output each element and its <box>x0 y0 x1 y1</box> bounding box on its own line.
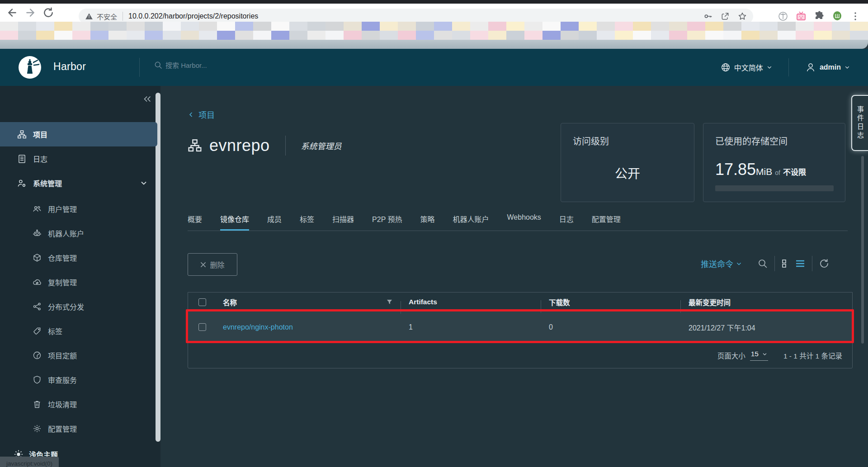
extension-tv-icon[interactable] <box>796 11 807 22</box>
censor-block <box>72 31 90 40</box>
chevron-down-icon <box>736 261 742 267</box>
row-updated-time: 2021/12/27 下午1:04 <box>680 322 852 333</box>
sidebar-item-administration[interactable]: 系统管理 <box>0 171 157 195</box>
sidebar-item-user-management[interactable]: 用户管理 <box>0 197 157 221</box>
censor-block <box>850 31 868 40</box>
card-view-icon[interactable] <box>781 258 792 269</box>
censor-block <box>90 22 108 31</box>
filter-search-icon[interactable] <box>757 258 768 269</box>
sidebar-item-label: 机器人账户 <box>48 228 84 239</box>
column-header-name[interactable]: 名称 <box>217 297 401 307</box>
censor-band <box>0 40 868 49</box>
browser-reload-icon[interactable] <box>42 7 54 19</box>
sidebar-item-robot-accounts[interactable]: 机器人账户 <box>0 221 157 245</box>
tab-repositories[interactable]: 镜像仓库 <box>220 211 249 231</box>
tab-logs[interactable]: 日志 <box>559 211 574 231</box>
censor-block <box>723 31 741 40</box>
censor-block <box>850 22 868 31</box>
sidebar-collapse-icon[interactable] <box>142 94 152 104</box>
share-nodes-icon <box>33 302 42 311</box>
search-input[interactable] <box>165 61 265 69</box>
bookmarks-censored <box>0 22 868 40</box>
sidebar-item-registries[interactable]: 仓库管理 <box>0 245 157 270</box>
censor-block <box>488 31 506 40</box>
select-all-checkbox[interactable] <box>198 298 206 306</box>
bookmark-star-icon[interactable] <box>738 12 747 21</box>
back-to-projects-link[interactable]: 项目 <box>188 108 215 120</box>
url-text[interactable]: 10.0.0.202/harbor/projects/2/repositorie… <box>128 12 703 20</box>
sidebar-item-logs[interactable]: 日志 <box>0 146 157 171</box>
row-checkbox[interactable] <box>198 323 206 331</box>
tab-scanner[interactable]: 扫描器 <box>332 211 354 231</box>
sidebar-item-replications[interactable]: 复制管理 <box>0 270 157 294</box>
storage-label: 已使用的存储空间 <box>715 134 833 147</box>
censor-block <box>832 22 850 31</box>
security-label: 不安全 <box>97 12 117 21</box>
storage-value: 17.85MiBof不设限 <box>715 160 833 179</box>
password-key-icon[interactable] <box>703 12 712 21</box>
table-row[interactable]: evnrepo/nginx-photon 1 0 2021/12/27 下午1:… <box>188 311 852 343</box>
sidebar: 项目 日志 系统管理 用户管理 机器人账户 仓库管 <box>0 86 160 467</box>
content-scrollbar[interactable] <box>861 156 864 344</box>
censor-block <box>633 22 651 31</box>
filter-funnel-icon[interactable] <box>387 299 392 305</box>
toolbar-divider <box>812 256 812 271</box>
access-level-label: 访问级别 <box>573 134 682 147</box>
sidebar-item-interrogation-services[interactable]: 审查服务 <box>0 368 157 392</box>
brand-name[interactable]: Harbor <box>53 61 86 73</box>
censor-block <box>542 31 561 40</box>
censor-block <box>253 22 271 31</box>
column-header-pulls[interactable]: 下载数 <box>541 297 680 307</box>
tab-members[interactable]: 成员 <box>267 211 282 231</box>
tab-labels[interactable]: 标签 <box>300 211 314 231</box>
tab-configuration[interactable]: 配置管理 <box>592 211 621 231</box>
tab-robot-accounts[interactable]: 机器人账户 <box>453 211 489 231</box>
app-header: Harbor 中文简体 admin <box>0 49 868 86</box>
browser-forward-icon[interactable] <box>24 7 36 19</box>
browser-back-icon[interactable] <box>6 7 18 19</box>
censor-block <box>615 22 633 31</box>
sidebar-item-configuration[interactable]: 配置管理 <box>0 416 157 441</box>
repository-link[interactable]: evnrepo/nginx-photon <box>223 323 293 331</box>
tab-policy[interactable]: 策略 <box>420 211 434 231</box>
sidebar-item-label: 配置管理 <box>48 423 77 434</box>
quota-gauge-icon <box>33 351 42 360</box>
refresh-icon[interactable] <box>819 258 830 269</box>
access-level-value: 公开 <box>573 164 682 182</box>
tab-summary[interactable]: 概要 <box>188 211 202 231</box>
extension-puzzle-icon[interactable] <box>814 11 825 22</box>
sidebar-item-projects[interactable]: 项目 <box>0 122 157 146</box>
page-size-select[interactable]: 15 <box>750 350 768 361</box>
sidebar-item-distribution[interactable]: 分布式分发 <box>0 294 157 319</box>
censor-block <box>796 22 814 31</box>
censor-block <box>163 31 181 40</box>
harbor-logo[interactable] <box>18 56 42 79</box>
gear-icon <box>33 424 42 433</box>
share-icon[interactable] <box>721 12 730 21</box>
censor-block <box>651 22 669 31</box>
header-search[interactable] <box>154 61 265 70</box>
extension-palm-icon[interactable] <box>778 11 788 22</box>
list-view-icon[interactable] <box>795 258 806 269</box>
censor-block <box>705 22 723 31</box>
browser-menu-icon[interactable] <box>850 11 861 22</box>
push-command-dropdown[interactable]: 推送命令 <box>701 258 742 269</box>
delete-button-label: 删除 <box>210 259 224 270</box>
sidebar-item-project-quotas[interactable]: 项目定额 <box>0 343 157 368</box>
robot-icon <box>33 229 42 238</box>
user-menu[interactable]: admin <box>805 62 850 73</box>
censor-block <box>434 31 452 40</box>
extension-green-icon[interactable] <box>832 11 843 22</box>
language-selector[interactable]: 中文简体 <box>721 62 772 73</box>
censor-block <box>398 31 416 40</box>
column-header-artifacts[interactable]: Artifacts <box>401 298 541 306</box>
delete-button[interactable]: 删除 <box>188 253 237 276</box>
sidebar-item-labels[interactable]: 标签 <box>0 319 157 343</box>
tab-p2p-preheat[interactable]: P2P 预热 <box>372 211 402 231</box>
event-log-side-tab[interactable]: 事件日志 <box>851 95 868 151</box>
censor-block <box>181 31 199 40</box>
tab-webhooks[interactable]: Webhooks <box>507 211 541 231</box>
column-header-updated[interactable]: 最新变更时间 <box>680 297 852 307</box>
sidebar-item-garbage-collection[interactable]: 垃圾清理 <box>0 392 157 416</box>
censor-block <box>307 31 326 40</box>
